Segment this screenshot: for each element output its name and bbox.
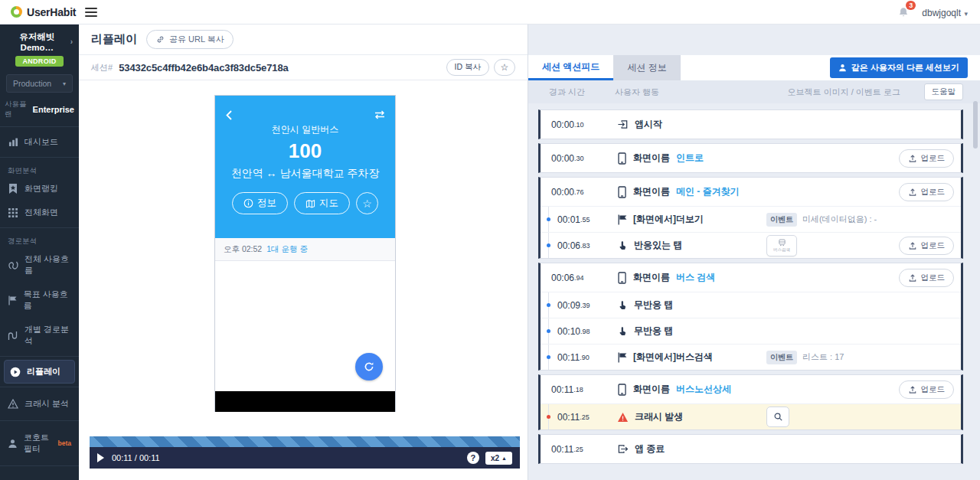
sidebar: 유저해빗 Demo… › ANDROID Production ▾ 사용플랜 E… xyxy=(0,24,79,480)
app-body xyxy=(215,261,395,391)
feed-scrollbar[interactable] xyxy=(973,101,978,149)
feed-row-screen[interactable]: 00:06.94 화면이름 버스 검색 업로드 xyxy=(541,263,961,292)
screen-name-link[interactable]: 버스노선상세 xyxy=(676,383,731,396)
sidebar-item-all-flow[interactable]: 전체 사용흐름 xyxy=(0,247,79,282)
feed-group: 00:00.10 앱시작 xyxy=(538,109,963,139)
upload-button[interactable]: 업로드 xyxy=(899,149,955,168)
feed-row-app-end[interactable]: 00:11.25 앱 종료 xyxy=(541,435,961,463)
feed-group: 00:06.94 화면이름 버스 검색 업로드 00:09.39 무반응 탭 0… xyxy=(538,263,963,371)
crash-detail-button[interactable] xyxy=(766,407,789,427)
status-text: 1대 운행 중 xyxy=(266,244,308,255)
replay-player: 00:11 / 00:11 ? x2 ▲ xyxy=(90,436,520,469)
app-start-icon xyxy=(617,119,629,130)
plan-label: 사용플랜 xyxy=(5,100,29,119)
replay-panel: 리플레이 공유 URL 복사 세션# 53432c5c4ffb42e6b4ac3… xyxy=(79,24,528,480)
feed-row-tap[interactable]: 00:09.39 무반응 탭 xyxy=(541,292,961,318)
feed-row-event[interactable]: 00:11.90 [화면에서]버스검색 이벤트 리스트 : 17 xyxy=(541,344,961,370)
upload-icon xyxy=(908,273,917,282)
flag-icon xyxy=(617,352,627,363)
feed-column-headers: 경과 시간 사용자 행동 오브젝트 이미지 / 이벤트 로그 도움말 xyxy=(528,80,980,103)
upload-button[interactable]: 업로드 xyxy=(899,183,955,201)
platform-badge: ANDROID xyxy=(15,56,63,67)
sidebar-item-goal-flow[interactable]: 목표 사용흐름 xyxy=(0,282,79,318)
chevron-down-icon: ▾ xyxy=(63,80,66,87)
tab-action-feed[interactable]: 세션 액션피드 xyxy=(528,55,613,80)
player-time: 00:11 / 00:11 xyxy=(112,453,160,462)
status-time: 오후 02:52 xyxy=(224,244,262,255)
feed-row-tap[interactable]: 00:06.83 반응있는 탭 버스검색 업로드 xyxy=(541,232,961,258)
hamburger-menu-icon[interactable] xyxy=(85,5,97,19)
crash-warning-icon xyxy=(617,412,629,423)
other-sessions-button[interactable]: 같은 사용자의 다른 세션보기 xyxy=(830,57,968,78)
tap-icon xyxy=(617,325,628,337)
play-circle-icon xyxy=(10,367,21,377)
id-copy-button[interactable]: ID 복사 xyxy=(446,59,489,76)
sidebar-item-crash-analysis[interactable]: 크래시 분석 xyxy=(0,392,79,416)
upload-button[interactable]: 업로드 xyxy=(899,237,955,255)
environment-select[interactable]: Production ▾ xyxy=(6,74,73,93)
brand[interactable]: UserHabit xyxy=(0,6,76,18)
sidebar-item-individual-path[interactable]: 개별 경로분석 xyxy=(0,318,79,353)
smartphone-icon xyxy=(617,272,627,284)
object-image-thumbnail[interactable]: 버스검색 xyxy=(766,235,797,256)
column-elapsed-time: 경과 시간 xyxy=(538,87,615,98)
timeline-dot xyxy=(547,329,550,333)
player-progress-bar[interactable] xyxy=(90,436,520,447)
feed-row-screen[interactable]: 00:00.30 화면이름 인트로 업로드 xyxy=(541,144,961,172)
timeline-dot xyxy=(547,217,550,221)
feed-row-screen[interactable]: 00:00.76 화면이름 메인 - 즐겨찾기 업로드 xyxy=(541,178,961,206)
timeline-dot xyxy=(547,355,550,359)
help-button[interactable]: 도움말 xyxy=(924,83,964,100)
smartphone-icon xyxy=(617,384,627,396)
beta-badge: beta xyxy=(58,439,71,447)
timeline-dot xyxy=(547,243,550,247)
sidebar-item-cohort-filter[interactable]: 코호트 필터 beta xyxy=(0,426,79,461)
map-icon xyxy=(305,199,315,208)
app-header: 천안시 일반버스 100 천안역 ↔ 남서울대학교 주차장 정보 지도 ☆ xyxy=(215,96,395,238)
link-icon xyxy=(155,34,165,44)
event-log-text: 리스트 : 17 xyxy=(802,351,844,363)
plan-value: Enterprise xyxy=(33,105,74,114)
upload-icon xyxy=(908,385,917,394)
android-navigation-bar xyxy=(215,391,395,412)
upload-button[interactable]: 업로드 xyxy=(899,380,955,399)
feed-row-event[interactable]: 00:01.55 [화면에서]더보기 이벤트 미세(데이터없음) : - xyxy=(541,206,961,232)
player-help-button[interactable]: ? xyxy=(467,452,479,464)
sidebar-item-dashboard[interactable]: 대시보드 xyxy=(0,130,79,154)
event-badge: 이벤트 xyxy=(766,213,797,227)
user-menu[interactable]: dbwjgoqlt ▾ xyxy=(922,5,968,19)
section-screen-analysis: 화면분석 xyxy=(0,161,79,177)
app-selector[interactable]: 유저해빗 Demo… › xyxy=(6,31,73,52)
star-icon: ☆ xyxy=(501,62,509,73)
screen-name-link[interactable]: 버스 검색 xyxy=(676,271,715,284)
back-arrow-icon xyxy=(224,109,234,121)
feed-row-screen[interactable]: 00:11.18 화면이름 버스노선상세 업로드 xyxy=(541,375,961,403)
path-wave-icon xyxy=(8,331,18,341)
feed-row-crash[interactable]: 00:11.25 크래시 발생 xyxy=(541,403,961,429)
topbar: UserHabit 3 dbwjgoqlt ▾ xyxy=(0,0,980,24)
notifications-button[interactable]: 3 xyxy=(897,6,910,18)
screen-name-link[interactable]: 메인 - 즐겨찾기 xyxy=(676,185,740,198)
chevron-up-icon: ▲ xyxy=(501,456,507,461)
favorite-session-button[interactable]: ☆ xyxy=(494,59,515,76)
sidebar-item-all-screens[interactable]: 전체화면 xyxy=(0,201,79,224)
plan-row: 사용플랜 Enterprise xyxy=(0,93,79,126)
upload-button[interactable]: 업로드 xyxy=(899,269,955,287)
sidebar-item-replay[interactable]: 리플레이 xyxy=(4,360,75,384)
sidebar-item-screen-ranking[interactable]: 화면랭킹 xyxy=(0,177,79,201)
session-replay-screen: 천안시 일반버스 100 천안역 ↔ 남서울대학교 주차장 정보 지도 ☆ 오후… xyxy=(214,95,396,412)
page-title: 리플레이 xyxy=(91,32,137,47)
magnifier-icon xyxy=(773,412,783,422)
app-name: 유저해빗 Demo… xyxy=(6,31,68,52)
person-icon xyxy=(8,439,18,449)
screen-name-link[interactable]: 인트로 xyxy=(676,152,704,165)
feed-group: 00:11.18 화면이름 버스노선상세 업로드 00:11.25 크래시 발생 xyxy=(538,374,963,430)
tab-session-info[interactable]: 세션 정보 xyxy=(613,55,680,80)
playback-speed-button[interactable]: x2 ▲ xyxy=(485,452,512,465)
share-url-button[interactable]: 공유 URL 복사 xyxy=(146,30,234,49)
bus-icon xyxy=(778,239,786,247)
play-button[interactable] xyxy=(97,453,104,462)
feed-row-tap[interactable]: 00:10.98 무반응 탭 xyxy=(541,318,961,344)
upload-icon xyxy=(908,154,917,163)
feed-row-app-start[interactable]: 00:00.10 앱시작 xyxy=(541,110,961,139)
